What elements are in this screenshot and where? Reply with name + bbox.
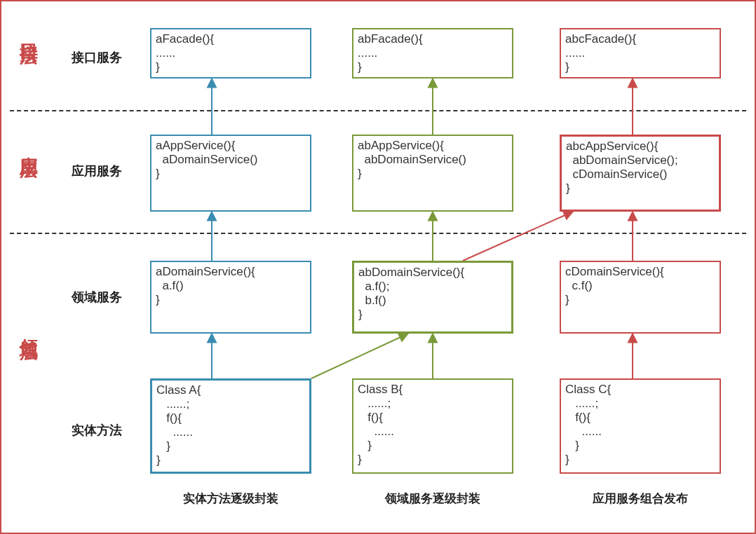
row-label-facade: 接口服务 [72,49,122,66]
row-label-domain-svc: 领域服务 [72,289,122,306]
box-c-domain-service: cDomainService(){ c.f() } [560,261,721,334]
layer-label-application: 应用层 [17,142,41,150]
box-a-app-service: aAppService(){ aDomainService() } [150,135,311,212]
divider-2 [10,233,746,234]
box-class-b: Class B{ ......; f(){ ...... } } [352,378,513,474]
diagram-frame: 接口层 应用层 领域层 接口服务 应用服务 领域服务 实体方法 aFacade(… [0,0,756,534]
box-class-c: Class C{ ......; f(){ ...... } } [560,378,721,474]
box-a-facade: aFacade(){ ...... } [150,28,311,78]
svg-line-10 [463,212,573,261]
box-a-domain-service: aDomainService(){ a.f() } [150,261,311,334]
layer-label-domain: 领域层 [17,324,41,332]
row-label-entity: 实体方法 [72,422,122,439]
box-abc-app-service: abcAppService(){ abDomainService(); cDom… [560,135,721,212]
box-ab-app-service: abAppService(){ abDomainService() } [352,135,513,212]
divider-1 [10,110,746,111]
row-label-app: 应用服务 [72,163,122,179]
col-label-c: 应用服务组合发布 [560,491,721,507]
svg-line-6 [311,334,408,378]
box-ab-domain-service: abDomainService(){ a.f(); b.f() } [352,261,513,334]
box-ab-facade: abFacade(){ ...... } [352,28,513,78]
col-label-b: 领域服务逐级封装 [352,491,513,507]
col-label-a: 实体方法逐级封装 [150,491,311,507]
box-class-a: Class A{ ......; f(){ ...... } } [150,378,311,474]
layer-label-interface: 接口层 [17,28,41,36]
box-abc-facade: abcFacade(){ ...... } [560,28,721,78]
